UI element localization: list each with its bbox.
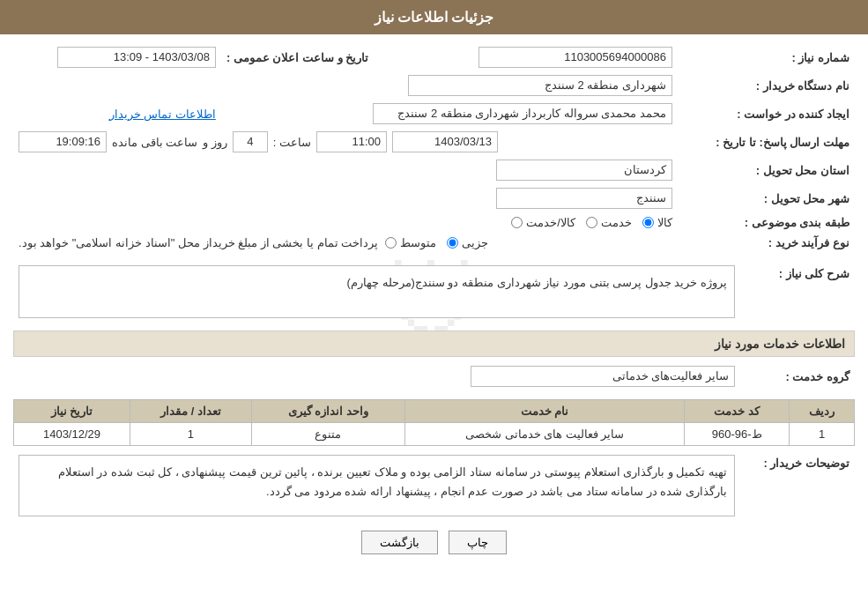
noe-farayand-label: نوع فرآیند خرید : bbox=[678, 233, 855, 253]
mohlat-mande-field: 19:09:16 bbox=[19, 131, 107, 152]
roz-label: روز و bbox=[203, 136, 227, 149]
goroh-field: سایر فعالیت‌های خدماتی bbox=[471, 366, 735, 387]
mohlat-date-field: 1403/03/13 bbox=[392, 131, 498, 152]
radio-kala-khadamat[interactable] bbox=[511, 217, 523, 228]
saat-label2: ساعت : bbox=[273, 136, 311, 149]
sharh-label: شرح کلی نیاز : bbox=[740, 262, 855, 322]
radio-kala[interactable] bbox=[642, 217, 654, 228]
sharh-table: شرح کلی نیاز : پروژه خرید جدول پرسی بتنی… bbox=[13, 262, 855, 322]
farayand-radio-group: متوسط جزیی bbox=[385, 236, 488, 249]
goroh-label: گروه خدمت : bbox=[740, 362, 855, 390]
shahr-label: شهر محل تحویل : bbox=[678, 184, 855, 212]
chap-button[interactable]: چاپ bbox=[449, 531, 507, 554]
saat-mande-label: ساعت باقی مانده bbox=[112, 136, 197, 149]
radio-khadamat-label: خدمت bbox=[601, 216, 632, 229]
page-title: جزئیات اطلاعات نیاز bbox=[375, 10, 494, 25]
radio-kala-label: کالا bbox=[657, 216, 672, 229]
cell-naam: سایر فعالیت های خدماتی شخصی bbox=[404, 423, 684, 446]
towzih-table: توضیحات خریدار : تهیه تکمیل و بارگذاری ا… bbox=[13, 451, 855, 520]
etelas-tamas-link[interactable]: اطلاعات تماس خریدار bbox=[109, 108, 216, 121]
tarikh-label: تاریخ و ساعت اعلان عمومی : bbox=[221, 43, 409, 71]
services-table: ردیفکد خدمتنام خدمتواحد اندازه گیریتعداد… bbox=[13, 399, 855, 446]
cell-radif: 1 bbox=[790, 423, 855, 446]
mohlat-label: مهلت ارسال پاسخ: تا تاریخ : bbox=[678, 128, 855, 156]
sharh-field: پروژه خرید جدول پرسی بتنی مورد نیاز شهرد… bbox=[19, 265, 735, 318]
radio-jozii[interactable] bbox=[447, 237, 458, 249]
col-header-2: نام خدمت bbox=[404, 400, 684, 423]
bazgasht-button[interactable]: بازگشت bbox=[361, 531, 438, 554]
shahr-field: سنندج bbox=[496, 188, 672, 209]
saat-field: 11:00 bbox=[316, 131, 387, 152]
radio-kala-khadamat-label: کالا/خدمت bbox=[526, 216, 575, 229]
shomare-niaz-label: شماره نیاز : bbox=[678, 43, 855, 71]
radio-khadamat-item: خدمت bbox=[586, 216, 632, 229]
cell-kod: ط-96-960 bbox=[685, 423, 790, 446]
cell-tedaad: 1 bbox=[130, 423, 251, 446]
radio-khadamat[interactable] bbox=[586, 217, 597, 228]
ostan-label: استان محل تحویل : bbox=[678, 156, 855, 184]
tarikh-field: 1403/03/08 - 13:09 bbox=[57, 47, 216, 68]
towzih-label: توضیحات خریدار : bbox=[740, 451, 855, 520]
col-header-4: تعداد / مقدار bbox=[130, 400, 251, 423]
roz-field: 4 bbox=[233, 131, 268, 152]
ostan-field: کردستان bbox=[496, 160, 672, 181]
radio-kala-khadamat-item: کالا/خدمت bbox=[511, 216, 575, 229]
ijad-label: ایجاد کننده در خواست : bbox=[678, 100, 855, 128]
goroh-table: گروه خدمت : سایر فعالیت‌های خدماتی bbox=[13, 362, 855, 390]
dastaghah-label: نام دستگاه خریدار : bbox=[678, 71, 855, 100]
page-header: جزئیات اطلاعات نیاز bbox=[0, 0, 868, 34]
radio-jozii-item: جزیی bbox=[447, 236, 488, 249]
button-row: چاپ بازگشت bbox=[13, 531, 855, 554]
main-info-table: شماره نیاز : 1103005694000086 تاریخ و سا… bbox=[13, 43, 855, 253]
radio-motavasset-item: متوسط bbox=[385, 236, 436, 249]
tabaghe-label: طبقه بندی موضوعی : bbox=[678, 212, 855, 233]
shomare-niaz-field: 1103005694000086 bbox=[479, 47, 672, 68]
radio-motavasset[interactable] bbox=[385, 237, 397, 249]
shomare-niaz-value: 1103005694000086 bbox=[427, 43, 678, 71]
dastaghah-field: شهرداری منطقه 2 سنندج bbox=[408, 75, 672, 96]
radio-kala-item: کالا bbox=[642, 216, 672, 229]
table-row: 1ط-96-960سایر فعالیت های خدماتی شخصیمتنو… bbox=[14, 423, 855, 446]
radio-jozii-label: جزیی bbox=[462, 236, 488, 249]
tabaghe-radio-group: کالا/خدمت خدمت کالا bbox=[511, 216, 672, 229]
col-header-3: واحد اندازه گیری bbox=[251, 400, 404, 423]
radio-motavasset-label: متوسط bbox=[400, 236, 436, 249]
col-header-0: ردیف bbox=[790, 400, 855, 423]
col-header-5: تاریخ نیاز bbox=[14, 400, 130, 423]
tarikh-value: 1403/03/08 - 13:09 bbox=[13, 43, 221, 71]
cell-tarikh: 1403/12/29 bbox=[14, 423, 130, 446]
ijad-field: محمد محمدی سرواله کاربرداز شهرداری منطقه… bbox=[373, 103, 672, 124]
cell-vahed: متنوع bbox=[251, 423, 404, 446]
col-header-1: کد خدمت bbox=[685, 400, 790, 423]
noe-farayand-desc: پرداخت تمام یا بخشی از مبلغ خریداز محل "… bbox=[19, 236, 378, 249]
khadamat-section-header: اطلاعات خدمات مورد نیاز bbox=[13, 330, 855, 357]
towzih-field: تهیه تکمیل و بارگذاری استعلام پیوستی در … bbox=[19, 455, 735, 516]
